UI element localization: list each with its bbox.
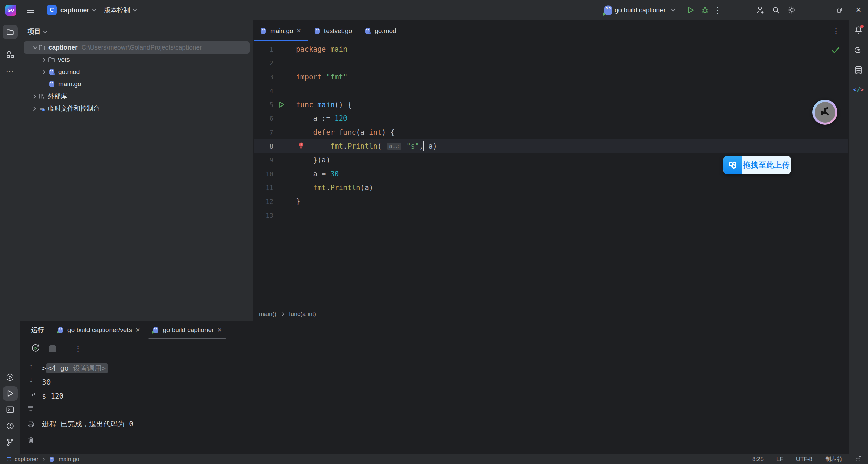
tab-testvetgo[interactable]: testvet.go xyxy=(308,20,358,41)
code-text[interactable]: a := 120 xyxy=(290,114,348,122)
line-number[interactable]: 12 xyxy=(254,198,273,205)
run-tab-captioner-vets[interactable]: go build captioner/vets ✕ xyxy=(51,321,146,339)
line-number[interactable]: 4 xyxy=(254,87,273,95)
code-text[interactable]: }(a) xyxy=(290,156,330,164)
stop-icon[interactable] xyxy=(49,345,56,352)
code-line[interactable]: 11 fmt.Println(a) xyxy=(254,181,848,195)
code-text[interactable]: a = 30 xyxy=(290,170,339,178)
upload-drop-button[interactable]: 拖拽至此上传 xyxy=(723,156,791,174)
line-number[interactable]: 10 xyxy=(254,170,273,178)
code-text[interactable]: } xyxy=(290,197,300,206)
sidebar-item-run[interactable] xyxy=(3,386,18,401)
gear-icon[interactable] xyxy=(788,6,796,14)
project-name[interactable]: captioner xyxy=(60,6,90,14)
sidebar-item-services[interactable] xyxy=(3,370,18,384)
tab-options-kebab-icon[interactable]: ⋮ xyxy=(832,26,848,36)
tree-row-gomod[interactable]: go.mod xyxy=(20,66,253,78)
vcs-widget[interactable]: 版本控制 xyxy=(104,6,130,15)
unlock-icon[interactable] xyxy=(855,455,861,463)
tab-maingo[interactable]: main.go ✕ xyxy=(254,20,308,41)
project-panel-header[interactable]: 项目 xyxy=(20,20,253,41)
intention-bulb-icon[interactable] xyxy=(298,142,304,151)
line-number[interactable]: 3 xyxy=(254,73,273,81)
line-number[interactable]: 5 xyxy=(254,101,273,109)
line-number[interactable]: 7 xyxy=(254,129,273,136)
line-number[interactable]: 1 xyxy=(254,45,273,53)
code-text[interactable]: package main xyxy=(290,45,348,53)
ai-assistant-icon[interactable] xyxy=(854,46,863,56)
database-icon[interactable] xyxy=(854,66,863,77)
file-encoding[interactable]: UTF-8 xyxy=(796,456,812,463)
code-text[interactable]: defer func(a int) { xyxy=(290,128,395,136)
print-icon[interactable] xyxy=(27,421,35,430)
code-text[interactable]: fmt.Println(a) xyxy=(290,183,373,192)
minimize-button[interactable]: — xyxy=(811,0,830,20)
line-number[interactable]: 6 xyxy=(254,115,273,122)
softwrap-icon[interactable] xyxy=(27,389,35,399)
breadcrumb-item[interactable]: func(a int) xyxy=(289,311,316,318)
sidebar-item-problems[interactable] xyxy=(3,419,18,433)
code-line[interactable]: 2 xyxy=(254,56,848,70)
run-title[interactable]: 运行 xyxy=(26,326,51,334)
editor-body[interactable]: 1package main23import "fmt"45func main()… xyxy=(254,41,848,308)
run-config-selector[interactable]: go build captioner xyxy=(605,6,675,14)
sidebar-item-structure[interactable] xyxy=(3,47,18,62)
editor-code[interactable]: 1package main23import "fmt"45func main()… xyxy=(254,42,848,222)
sidebar-item-project[interactable] xyxy=(3,25,18,39)
clear-icon[interactable] xyxy=(27,436,34,445)
code-line[interactable]: 3import "fmt" xyxy=(254,70,848,84)
overlay-assistant-button[interactable] xyxy=(812,100,837,125)
code-text[interactable]: import "fmt" xyxy=(290,73,348,81)
code-line[interactable]: 7 defer func(a int) { xyxy=(254,125,848,139)
line-number[interactable]: 9 xyxy=(254,156,273,164)
indent-style[interactable]: 制表符 xyxy=(825,455,843,463)
project-avatar[interactable]: C xyxy=(47,5,57,15)
folded-command-chip[interactable]: <4 go 设置调用> xyxy=(46,363,108,373)
code-text[interactable]: func main() { xyxy=(290,101,352,109)
search-icon[interactable] xyxy=(772,6,780,14)
close-icon[interactable]: ✕ xyxy=(135,327,140,334)
sidebar-item-git[interactable] xyxy=(3,435,18,449)
code-line[interactable]: 6 a := 120 xyxy=(254,112,848,125)
tree-row-scratches[interactable]: 临时文件和控制台 xyxy=(20,102,253,115)
add-user-icon[interactable] xyxy=(756,6,765,14)
debug-button[interactable] xyxy=(698,3,712,17)
code-text[interactable]: fmt.Println( a…: "s", a) xyxy=(290,141,437,151)
status-project[interactable]: captioner xyxy=(15,456,38,463)
tree-row-maingo[interactable]: main.go xyxy=(20,78,253,90)
run-button[interactable] xyxy=(684,3,698,17)
run-marker-icon[interactable] xyxy=(273,101,290,108)
tree-row-vets[interactable]: vets xyxy=(20,54,253,66)
code-line[interactable]: 13 xyxy=(254,209,848,223)
line-number[interactable]: 8 xyxy=(254,142,273,150)
run-tab-captioner[interactable]: go build captioner ✕ xyxy=(146,321,228,339)
parameter-hint-inlay[interactable]: a…: xyxy=(387,143,401,150)
sidebar-item-more[interactable]: ⋯ xyxy=(3,64,18,78)
breadcrumb-item[interactable]: main() xyxy=(259,311,276,318)
sidebar-item-terminal[interactable] xyxy=(3,403,18,417)
tree-row-captioner[interactable]: captioner C:\Users\meowr\GolandProjects\… xyxy=(24,41,250,54)
status-file[interactable]: main.go xyxy=(59,456,79,463)
close-icon[interactable]: ✕ xyxy=(217,327,222,334)
caret-position[interactable]: 8:25 xyxy=(752,456,764,463)
rerun-icon[interactable] xyxy=(31,344,40,354)
hamburger-menu-icon[interactable] xyxy=(24,4,37,16)
run-console-output[interactable]: ><4 go 设置调用>30s 120 进程 已完成，退出代码为 0 xyxy=(42,358,848,431)
tree-row-external-libraries[interactable]: 外部库 xyxy=(20,90,253,102)
notifications-button[interactable] xyxy=(854,26,863,36)
kebab-menu-icon[interactable]: ⋮ xyxy=(712,5,724,15)
scroll-end-icon[interactable] xyxy=(27,405,35,414)
line-number[interactable]: 11 xyxy=(254,184,273,191)
restore-button[interactable] xyxy=(830,0,849,20)
prev-occurrence-icon[interactable]: ↑ xyxy=(29,363,33,370)
line-number[interactable]: 13 xyxy=(254,212,273,219)
code-line[interactable]: 4 xyxy=(254,84,848,98)
close-icon[interactable]: ✕ xyxy=(297,27,301,34)
code-line[interactable]: 1package main xyxy=(254,42,848,56)
tab-gomod[interactable]: go.mod xyxy=(358,20,402,41)
close-button[interactable]: ✕ xyxy=(849,0,868,20)
code-line[interactable]: 5func main() { xyxy=(254,98,848,112)
endpoints-icon[interactable]: </> xyxy=(853,86,864,93)
line-separator[interactable]: LF xyxy=(776,456,783,463)
run-options-kebab-icon[interactable]: ⋮ xyxy=(74,344,82,353)
